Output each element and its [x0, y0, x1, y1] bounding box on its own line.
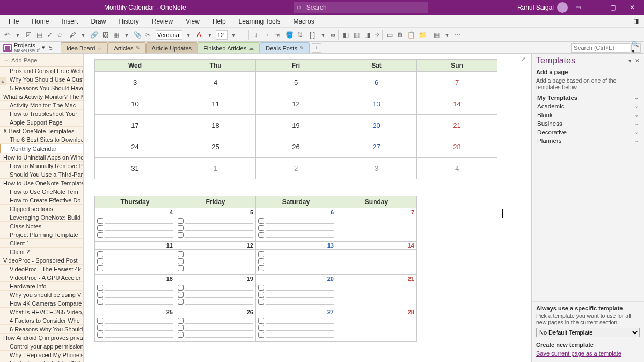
page-search-input[interactable] [571, 43, 630, 53]
cal-cell[interactable]: 13 [336, 93, 417, 115]
cal-cell[interactable]: 21 [417, 115, 497, 136]
bracket-icon[interactable]: [ ] [308, 30, 317, 40]
pin-icon[interactable]: ✧ [373, 30, 383, 40]
cal2-cell[interactable]: 27 [256, 308, 336, 342]
page-canvas[interactable]: ↗ WedThuFriSatSun34567101112131417181920… [84, 54, 531, 362]
ribbon-display-icon[interactable]: ▭ [572, 2, 584, 13]
cal-cell[interactable]: 11 [175, 93, 256, 115]
task-checkbox[interactable] [97, 292, 103, 298]
star-tag-icon[interactable]: ☆ [56, 30, 65, 40]
menu-view[interactable]: View [179, 15, 206, 28]
templates-close-icon[interactable]: ✕ [635, 57, 640, 64]
task-checkbox[interactable] [258, 258, 264, 264]
cal2-cell[interactable]: 26 [175, 308, 256, 342]
menu-insert[interactable]: Insert [55, 15, 84, 28]
task-checkbox[interactable] [97, 218, 103, 224]
check-icon[interactable]: ✓ [45, 30, 55, 40]
page-item[interactable]: Monthly Calendar [0, 144, 83, 153]
cal2-cell[interactable]: 20 [256, 275, 336, 308]
task-checkbox[interactable] [178, 325, 184, 331]
cal-cell[interactable]: 18 [175, 115, 256, 136]
task-checkbox[interactable] [178, 299, 184, 305]
app-icon[interactable]: ▦ [431, 30, 441, 40]
cal-cell[interactable]: 3 [336, 158, 417, 179]
dropdown-icon[interactable]: ▾ [122, 30, 131, 40]
menu-learning-tools[interactable]: Learning Tools [232, 15, 287, 28]
page-item[interactable]: Why I Replaced My Phone's St [0, 351, 83, 359]
font-size-select[interactable] [216, 30, 228, 40]
dock-left-icon[interactable]: ◧ [341, 30, 350, 40]
page-item[interactable]: Client 2 [0, 248, 83, 256]
task-checkbox[interactable] [97, 232, 103, 238]
page-item[interactable]: How to Manually Remove Pro [0, 162, 83, 170]
task-checkbox[interactable] [178, 292, 184, 298]
cal-cell[interactable]: 6 [336, 72, 417, 93]
indent-icon[interactable]: ⇥ [273, 30, 282, 40]
attach-icon[interactable]: 📎 [133, 30, 143, 40]
cal2-cell[interactable]: 13 [256, 242, 336, 275]
template-category[interactable]: Decorative⌄ [532, 128, 644, 136]
page-item[interactable]: VideoProc - Sponsored Post [0, 256, 83, 265]
cal-cell[interactable]: 17 [95, 115, 175, 136]
menu-macros[interactable]: Macros [287, 15, 320, 28]
cal-cell[interactable]: 1 [175, 158, 256, 179]
expand-icon[interactable]: ↗ [521, 56, 526, 63]
section-tab-article-updates[interactable]: Article Updates [146, 42, 198, 53]
page-item[interactable]: Apple Support Page [0, 118, 83, 127]
folder-icon[interactable]: ▭ [385, 30, 394, 40]
infinity-icon[interactable]: ∞ [329, 30, 339, 40]
task-checkbox[interactable] [97, 332, 103, 338]
format-painter-icon[interactable]: 🖌 [68, 30, 77, 40]
undo-button[interactable]: ↶ [2, 30, 12, 40]
task-checkbox[interactable] [97, 225, 103, 231]
menu-review[interactable]: Review [145, 15, 179, 28]
cal2-cell[interactable]: 11 [95, 242, 175, 275]
redo-button[interactable]: ▾ [13, 30, 23, 40]
global-search-input[interactable] [294, 2, 428, 13]
task-checkbox[interactable] [97, 265, 103, 271]
page-item[interactable]: Control your app permissions [0, 342, 83, 351]
toggle-icon[interactable]: ▤ [34, 30, 44, 40]
section-tab-finished-articles[interactable]: Finished Articles☁ [197, 42, 260, 53]
cal2-cell[interactable]: 12 [175, 242, 256, 275]
page-item[interactable]: Hardware info [0, 282, 83, 291]
page-item[interactable]: What Is HEVC H.265 Video, [0, 308, 83, 316]
templates-menu-icon[interactable]: ▾ [628, 57, 632, 64]
page-item[interactable]: How to Create Effective Do [0, 196, 83, 205]
add-page-button[interactable]: ＋ Add Page [0, 54, 83, 67]
link-icon[interactable]: 🔗 [89, 30, 99, 40]
cal2-cell[interactable]: 25 [95, 308, 175, 342]
cal-cell[interactable]: 7 [417, 72, 497, 93]
dd2-icon[interactable]: ▾ [442, 30, 452, 40]
page-icon[interactable]: 🗎 [396, 30, 405, 40]
more-icon[interactable]: ⋯ [453, 30, 463, 40]
page-item[interactable]: 6 Reasons Why You Should [0, 325, 83, 334]
cal-cell[interactable]: 25 [175, 136, 256, 158]
page-item[interactable]: Leveraging OneNote: Build [0, 213, 83, 222]
default-template-select[interactable]: No Default Template [536, 328, 640, 337]
section-tab-idea-board[interactable]: Idea Board♡ [61, 42, 108, 53]
page-item[interactable]: How to Use OneNote Tem [0, 187, 83, 196]
task-checkbox[interactable] [258, 318, 264, 324]
task-checkbox[interactable] [258, 292, 264, 298]
page-item[interactable]: 4 Factors to Consider Whe [0, 316, 83, 325]
task-checkbox[interactable] [258, 299, 264, 305]
task-checkbox[interactable] [258, 332, 264, 338]
folder2-icon[interactable]: 📁 [418, 30, 429, 40]
task-checkbox[interactable] [178, 251, 184, 257]
page-item[interactable]: How to Troubleshoot Your [0, 110, 83, 118]
cal-cell[interactable]: 2 [256, 158, 336, 179]
template-category[interactable]: Academic⌄ [532, 102, 644, 111]
dock-right-icon[interactable]: ◨ [362, 30, 372, 40]
dd-icon[interactable]: ▾ [318, 30, 328, 40]
task-checkbox[interactable] [258, 218, 264, 224]
font-color-icon[interactable]: A [194, 30, 204, 40]
task-checkbox[interactable] [97, 285, 103, 291]
task-checkbox[interactable] [178, 232, 184, 238]
page-item[interactable]: Class Notes [0, 222, 83, 230]
section-tab-deals-posts[interactable]: Deals Posts✎ [260, 42, 310, 53]
cal2-cell[interactable]: 7 [336, 208, 417, 242]
cal-cell[interactable]: 31 [95, 158, 175, 179]
page-item[interactable]: Why you should be using V [0, 291, 83, 299]
save-template-link[interactable]: Save current page as a template [536, 350, 640, 357]
